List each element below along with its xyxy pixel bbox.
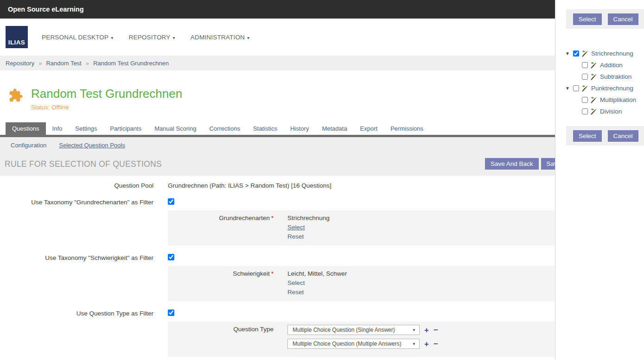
tree-item-strichrechnung: ▼ Strichrechnung: [555, 48, 644, 59]
breadcrumb-random-test[interactable]: Random Test: [46, 60, 81, 67]
division-checkbox[interactable]: [582, 108, 588, 114]
multiplikation-checkbox[interactable]: [582, 97, 588, 103]
subtab-selected-question-pools[interactable]: Selected Question Pools: [59, 142, 125, 149]
required-asterisk: *: [271, 215, 274, 221]
breadcrumb-repository[interactable]: Repository: [6, 60, 34, 67]
nav-personal-desktop[interactable]: PERSONAL DESKTOP▾: [42, 34, 113, 41]
taxonomy-schwierigkeit-filter-label: Use Taxonomy "Schwierigkeit" as Filter: [0, 254, 153, 261]
tree-item-multiplikation: Multiplikation: [555, 94, 644, 106]
question-type-row-2: Multiple Choice Question (Multiple Answe…: [287, 339, 438, 349]
tab-settings[interactable]: Settings: [69, 122, 103, 135]
nav-repository[interactable]: REPOSITORY▾: [128, 34, 175, 41]
form-section-heading: RULE FOR SELECTION OF QUESTIONS: [5, 159, 162, 169]
tab-permissions[interactable]: Permissions: [384, 122, 430, 135]
tab-export[interactable]: Export: [354, 122, 384, 135]
question-type-subform: Question Type Multiple Choice Question (…: [168, 322, 555, 357]
grundrechenarten-selected-value: Strichrechnung: [287, 214, 330, 223]
taxonomy-grundrechenarten-filter-label: Use Taxonomy "Grundrechenarten" as Filte…: [0, 199, 153, 206]
question-type-select-1[interactable]: Multiple Choice Question (Single Answer)…: [287, 325, 420, 335]
panel-select-button-top[interactable]: Select: [573, 13, 602, 25]
main-nav: PERSONAL DESKTOP▾ REPOSITORY▾ ADMINISTRA…: [42, 34, 249, 41]
schwierigkeit-selected-value: Leicht, Mittel, Schwer: [287, 269, 347, 278]
breadcrumb-current-page[interactable]: Random Test Grundrechnen: [93, 60, 169, 67]
form-heading-row: RULE FOR SELECTION OF QUESTIONS Save And…: [0, 155, 555, 176]
tab-manual-scoring[interactable]: Manual Scoring: [148, 122, 203, 135]
strichrechnung-checkbox[interactable]: [573, 51, 579, 57]
panel-cancel-button-bottom[interactable]: Cancel: [608, 130, 638, 142]
question-type-select-2-value: Multiple Choice Question (Multiple Answe…: [293, 341, 402, 347]
taxonomy-node-icon: [590, 96, 598, 104]
ilias-logo-text: ILIAS: [8, 39, 26, 46]
breadcrumb-separator: »: [86, 60, 89, 67]
required-asterisk: *: [271, 270, 274, 277]
tab-history[interactable]: History: [284, 122, 315, 135]
grundrechenarten-subform: Grundrechenarten* Strichrechnung Select …: [168, 210, 555, 246]
question-type-filter-row: Use Question Type as Filter: [0, 309, 555, 317]
schwierigkeit-subform: Schwierigkeit* Leicht, Mittel, Schwer Se…: [168, 266, 555, 301]
nav-administration-label: ADMINISTRATION: [191, 34, 245, 41]
tab-questions[interactable]: Questions: [6, 122, 46, 135]
question-type-selects: Multiple Choice Question (Single Answer)…: [287, 325, 438, 353]
caret-down-icon: ▾: [173, 35, 175, 40]
taxonomy-grundrechenarten-filter-row: Use Taxonomy "Grundrechenarten" as Filte…: [0, 198, 555, 206]
collapse-icon[interactable]: ▼: [565, 51, 573, 56]
tree-item-division: Division: [555, 106, 644, 117]
tab-statistics[interactable]: Statistics: [247, 122, 284, 135]
subtraktion-checkbox[interactable]: [582, 74, 588, 80]
question-pool-row: Question Pool Grundrechnen (Path: ILIAS …: [0, 182, 555, 189]
taxonomy-node-icon: [590, 108, 598, 115]
schwierigkeit-reset-link[interactable]: Reset: [287, 288, 347, 297]
nav-administration[interactable]: ADMINISTRATION▾: [191, 34, 250, 41]
schwierigkeit-label: Schwierigkeit*: [168, 269, 274, 297]
save-and-back-button[interactable]: Save And Back: [485, 158, 539, 170]
select-caret-icon: ▼: [412, 328, 416, 332]
grundrechenarten-select-link[interactable]: Select: [287, 223, 330, 232]
caret-down-icon: ▾: [247, 35, 249, 40]
installation-title: Open Source eLearning: [8, 6, 84, 13]
panel-bottom-toolbar: Select Cancel: [566, 126, 644, 145]
tree-label-subtraktion[interactable]: Subtraktion: [600, 73, 631, 80]
tree-label-addition[interactable]: Addition: [600, 62, 623, 69]
taxonomy-grundrechenarten-filter-checkbox[interactable]: [168, 198, 174, 205]
taxonomy-schwierigkeit-filter-row: Use Taxonomy "Schwierigkeit" as Filter: [0, 254, 555, 262]
add-question-type-icon[interactable]: +: [424, 326, 429, 334]
addition-checkbox[interactable]: [582, 62, 588, 68]
question-type-filter-label: Use Question Type as Filter: [0, 310, 153, 317]
question-type-filter-checkbox[interactable]: [168, 309, 174, 316]
title-wrap: Random Test Grundrechnen Status: Offline: [31, 87, 182, 122]
save-and-new-rule-button[interactable]: Save and: [541, 158, 555, 170]
ilias-logo[interactable]: ILIAS: [6, 26, 28, 48]
tab-participants[interactable]: Participants: [103, 122, 148, 135]
nav-repository-label: REPOSITORY: [128, 34, 170, 41]
tree-label-punktrechnung[interactable]: Punktrechnung: [591, 85, 633, 92]
panel-select-button-bottom[interactable]: Select: [573, 130, 602, 142]
grundrechenarten-value-block: Strichrechnung Select Reset: [287, 214, 330, 241]
taxonomy-schwierigkeit-filter-checkbox[interactable]: [168, 254, 174, 260]
schwierigkeit-value-block: Leicht, Mittel, Schwer Select Reset: [287, 269, 347, 297]
add-question-type-icon[interactable]: +: [424, 340, 429, 348]
tree-label-division[interactable]: Division: [600, 108, 622, 115]
page-title: Random Test Grundrechnen: [31, 87, 182, 101]
tab-metadata[interactable]: Metadata: [315, 122, 353, 135]
question-pool-value: Grundrechnen (Path: ILIAS > Random Test)…: [168, 182, 332, 189]
tree-label-strichrechnung[interactable]: Strichrechnung: [591, 50, 633, 57]
taxonomy-node-icon: [590, 73, 598, 81]
panel-cancel-button-top[interactable]: Cancel: [608, 13, 638, 25]
remove-question-type-icon[interactable]: −: [434, 326, 438, 334]
grundrechenarten-label: Grundrechenarten*: [168, 214, 274, 241]
tab-info[interactable]: Info: [46, 122, 69, 135]
top-action-buttons: Save And Back Save and: [485, 158, 555, 170]
punktrechnung-checkbox[interactable]: [573, 85, 579, 91]
schwierigkeit-select-link[interactable]: Select: [287, 278, 347, 288]
remove-question-type-icon[interactable]: −: [434, 340, 438, 348]
question-type-select-2[interactable]: Multiple Choice Question (Multiple Answe…: [287, 339, 420, 349]
tree-item-punktrechnung: ▼ Punktrechnung: [555, 82, 644, 94]
subtab-configuration[interactable]: Configuration: [11, 142, 46, 149]
taxonomy-tree: ▼ Strichrechnung Addition Subtraktion ▼ …: [555, 48, 644, 117]
tree-label-multiplikation[interactable]: Multiplikation: [600, 96, 636, 103]
tab-corrections[interactable]: Corrections: [203, 122, 246, 135]
nav-personal-desktop-label: PERSONAL DESKTOP: [42, 34, 108, 41]
grundrechenarten-reset-link[interactable]: Reset: [287, 232, 330, 241]
taxonomy-node-icon: [581, 85, 589, 92]
collapse-icon[interactable]: ▼: [565, 86, 573, 91]
